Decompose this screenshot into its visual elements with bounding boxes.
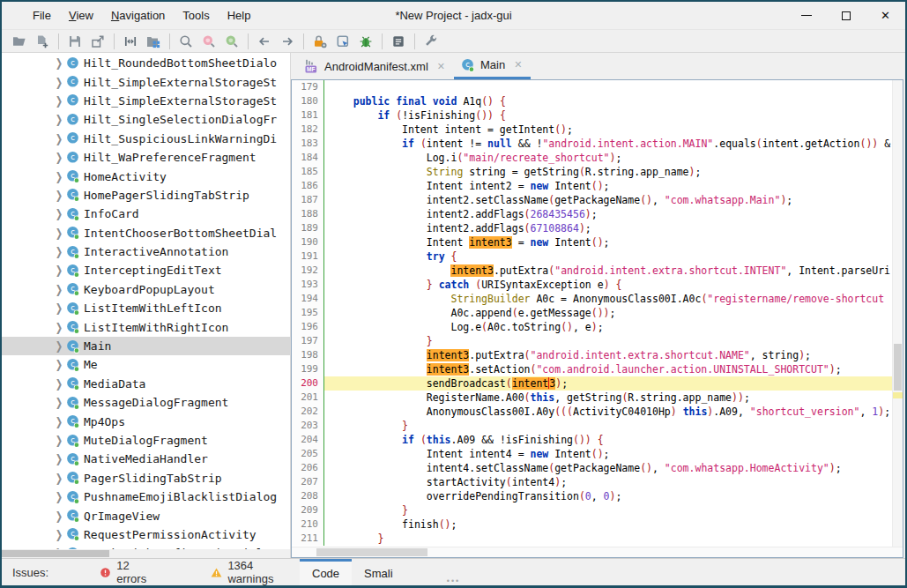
code-line[interactable]: 210 finish(); [292, 517, 903, 532]
tree-item-nativemediahandler[interactable]: ❯cNativeMediaHandler [2, 450, 290, 468]
code-line[interactable]: 189 intent2.addFlags(67108864); [292, 221, 903, 235]
tree-hscroll-thumb[interactable] [2, 550, 109, 557]
tab-androidmanifest-xml[interactable]: MFAndroidManifest.xml✕ [298, 53, 454, 79]
tree-item-hilt-singleselectiondialogfr[interactable]: ❯cHilt_SingleSelectionDialogFr [2, 110, 290, 129]
code-line[interactable]: 207 startActivity(intent4); [292, 475, 903, 489]
tree-item-keyboardpopuplayout[interactable]: ❯cKeyboardPopupLayout [2, 280, 290, 299]
chevron-right-icon[interactable]: ❯ [52, 208, 66, 220]
tree-item-pagerslidingtabstrip[interactable]: ❯cPagerSlidingTabStrip [2, 469, 290, 488]
code-line[interactable]: 185 String string = getString(R.string.a… [292, 165, 903, 179]
chevron-right-icon[interactable]: ❯ [52, 339, 66, 352]
code-view[interactable]: 179180 public final void A1q() {181 if (… [292, 80, 903, 547]
warnings-status[interactable]: 1364 warnings [211, 559, 293, 585]
chevron-right-icon[interactable]: ❯ [52, 227, 66, 239]
tree-item-mp4ops[interactable]: ❯cMp4Ops [2, 412, 290, 430]
tab-close-icon[interactable]: ✕ [437, 61, 445, 72]
code-vertical-scrollbar[interactable] [892, 80, 903, 547]
inspector-button[interactable] [332, 32, 353, 51]
save-project-button[interactable] [64, 32, 85, 51]
chevron-right-icon[interactable]: ❯ [52, 94, 66, 107]
code-line[interactable]: 190 Intent intent3 = new Intent(); [292, 235, 903, 249]
code-line[interactable]: 180 public final void A1q() { [292, 94, 903, 108]
chevron-right-icon[interactable]: ❯ [52, 377, 66, 390]
sync-with-editor-button[interactable] [120, 32, 141, 51]
code-line[interactable]: 181 if (!isFinishing()) { [292, 108, 903, 123]
tree-item-pushnameemojiblacklistdialog[interactable]: ❯cPushnameEmojiBlacklistDialog [2, 488, 290, 506]
class-search-button[interactable] [221, 32, 242, 51]
tree-item-interactiveannotation[interactable]: ❯cInteractiveAnnotation [2, 242, 290, 261]
chevron-right-icon[interactable]: ❯ [52, 453, 66, 465]
tree-item-intentchooserbottomsheetdial[interactable]: ❯cIntentChooserBottomSheetDial [2, 224, 290, 242]
chevron-right-icon[interactable]: ❯ [52, 57, 66, 70]
tree-item-hilt-simpleexternalstoragest[interactable]: ❯cHilt_SimpleExternalStorageSt [2, 92, 290, 110]
close-button[interactable]: ✕ [866, 3, 905, 28]
footer-tab-smali[interactable]: Smali [352, 559, 405, 585]
tree-item-infocard[interactable]: ❯cInfoCard [2, 205, 290, 223]
tree-item-listitemwithrighticon[interactable]: ❯cListItemWithRightIcon [2, 317, 290, 336]
tree-item-hilt-simpleexternalstoragest[interactable]: ❯cHilt_SimpleExternalStorageSt [2, 72, 290, 91]
tree-item-listitemwithlefticon[interactable]: ❯cListItemWithLeftIcon [2, 299, 290, 317]
menu-file[interactable]: File [25, 5, 59, 26]
code-line[interactable]: 184 Log.i("main/recreate_shortcut"); [292, 151, 903, 165]
minimize-button[interactable] [786, 3, 826, 28]
code-line[interactable]: 211 } [292, 532, 903, 546]
code-line[interactable]: 198 intent3.putExtra("android.intent.ext… [292, 348, 903, 362]
chevron-right-icon[interactable]: ❯ [52, 359, 66, 371]
chevron-right-icon[interactable]: ❯ [52, 302, 66, 315]
code-line[interactable]: 208 overridePendingTransition(0, 0); [292, 489, 903, 503]
tree-item-homeactivity[interactable]: ❯cHomeActivity [2, 167, 290, 185]
code-line[interactable]: 203 } [292, 419, 903, 433]
text-search-button[interactable] [198, 32, 219, 51]
chevron-right-icon[interactable]: ❯ [52, 321, 66, 333]
tree-item-hilt-suspiciouslinkwarningdi[interactable]: ❯cHilt_SuspiciousLinkWarningDi [2, 130, 290, 148]
code-line-current[interactable]: 200 sendBroadcast(intent3); [292, 376, 903, 391]
chevron-right-icon[interactable]: ❯ [52, 189, 66, 201]
code-line[interactable]: 204 if (this.A09 && !isFinishing()) { [292, 433, 903, 447]
flat-packages-button[interactable] [143, 32, 164, 51]
code-line[interactable]: 183 if (intent != null && !"android.inte… [292, 137, 903, 151]
chevron-right-icon[interactable]: ❯ [52, 472, 66, 484]
code-line[interactable]: 201 RegisterName.A00(this, getString(R.s… [292, 391, 903, 405]
tree-item-mediadata[interactable]: ❯cMediaData [2, 375, 290, 393]
tree-horizontal-scrollbar[interactable] [2, 549, 290, 558]
footer-tab-code[interactable]: Code [300, 559, 352, 585]
chevron-right-icon[interactable]: ❯ [52, 132, 66, 145]
code-line[interactable]: 182 Intent intent = getIntent(); [292, 123, 903, 137]
tree-item-main[interactable]: ❯cMain [2, 337, 290, 355]
tree-item-qrimageview[interactable]: ❯cQrImageView [2, 506, 290, 525]
code-hscroll-thumb[interactable] [316, 548, 427, 556]
code-line[interactable]: 195 A0c.append(e.getMessage()); [292, 306, 903, 320]
chevron-right-icon[interactable]: ❯ [52, 434, 66, 446]
add-files-button[interactable] [32, 32, 53, 51]
code-line[interactable]: 187 intent2.setClassName(getPackageName(… [292, 193, 903, 207]
log-viewer-button[interactable] [388, 32, 409, 51]
code-line[interactable]: 206 intent4.setClassName(getPackageName(… [292, 461, 903, 475]
back-button[interactable] [254, 32, 275, 51]
tree-item-interceptingedittext[interactable]: ❯cInterceptingEditText [2, 261, 290, 279]
chevron-right-icon[interactable]: ❯ [52, 283, 66, 295]
chevron-right-icon[interactable]: ❯ [52, 170, 66, 182]
chevron-right-icon[interactable]: ❯ [52, 528, 66, 540]
code-line[interactable]: 193 } catch (URISyntaxException e) { [292, 278, 903, 292]
code-line[interactable]: 209 } [292, 503, 903, 517]
chevron-right-icon[interactable]: ❯ [52, 415, 66, 428]
search-button[interactable] [175, 32, 197, 51]
chevron-right-icon[interactable]: ❯ [52, 510, 66, 522]
chevron-right-icon[interactable]: ❯ [52, 264, 66, 277]
code-line[interactable]: 205 Intent intent4 = new Intent(); [292, 447, 903, 461]
code-line[interactable]: 188 intent2.addFlags(268435456); [292, 207, 903, 221]
code-line[interactable]: 197 } [292, 334, 903, 348]
chevron-right-icon[interactable]: ❯ [52, 397, 66, 409]
code-line[interactable]: 186 Intent intent2 = new Intent(); [292, 179, 903, 193]
tab-main[interactable]: cMain✕ [454, 53, 531, 79]
debugger-button[interactable] [355, 32, 376, 51]
tree-item-mutedialogfragment[interactable]: ❯cMuteDialogFragment [2, 431, 290, 450]
tree-item-hilt-wapreferencefragment[interactable]: ❯cHilt_WaPreferenceFragment [2, 148, 290, 167]
tab-close-icon[interactable]: ✕ [514, 59, 522, 71]
menu-help[interactable]: Help [219, 5, 259, 26]
code-line[interactable]: 192 intent3.putExtra("android.intent.ext… [292, 264, 903, 278]
code-line[interactable]: 196 Log.e(A0c.toString(), e); [292, 320, 903, 334]
code-line[interactable]: 202 AnonymousClass00I.A0y(((ActivityC040… [292, 405, 903, 419]
tree-item-homepagerslidingtabstrip[interactable]: ❯cHomePagerSlidingTabStrip [2, 186, 290, 205]
deobfuscation-button[interactable] [309, 32, 331, 51]
